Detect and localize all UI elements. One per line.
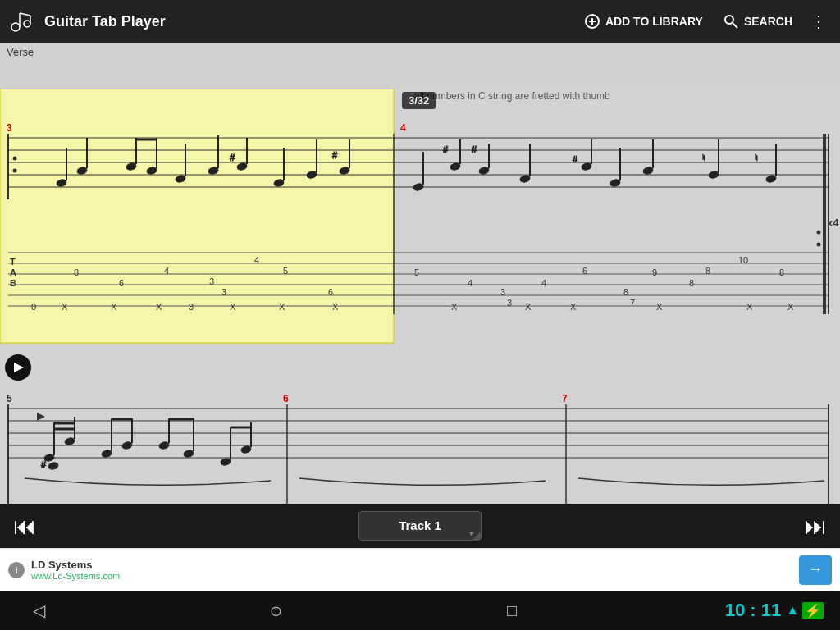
- svg-text:X: X: [570, 302, 577, 312]
- svg-text:7: 7: [630, 298, 635, 308]
- hint-text: all numbers in C string are fretted with…: [414, 90, 610, 102]
- svg-text:5: 5: [283, 266, 288, 276]
- track-bar: ⏮ Track 1 ▼ ⏭: [0, 504, 840, 548]
- svg-point-1: [24, 21, 30, 27]
- ad-bar: i LD Systems www.Ld-Systems.com →: [0, 548, 840, 591]
- svg-text:6: 6: [328, 287, 333, 297]
- svg-text:5: 5: [414, 267, 419, 277]
- section-label: Verse: [7, 46, 34, 58]
- svg-text:A: A: [10, 267, 16, 277]
- track-selector[interactable]: Track 1 ▼: [358, 511, 482, 541]
- svg-point-35: [817, 243, 821, 247]
- android-nav-bar: ◁ ○ □ 10 : 11 ▲ ⚡: [0, 591, 840, 630]
- svg-text:6: 6: [283, 393, 289, 404]
- svg-text:4: 4: [400, 122, 406, 134]
- ad-info-icon: i: [8, 562, 25, 578]
- svg-text:6: 6: [119, 278, 124, 288]
- svg-text:4: 4: [541, 278, 546, 288]
- svg-text:4: 4: [468, 278, 472, 288]
- svg-text:X: X: [525, 302, 532, 312]
- overflow-menu-button[interactable]: ⋮: [804, 7, 833, 36]
- svg-text:#: #: [573, 154, 578, 164]
- svg-text:X: X: [656, 302, 663, 312]
- status-area: 10 : 11 ▲ ⚡: [725, 600, 824, 621]
- svg-text:7: 7: [562, 393, 568, 404]
- svg-text:X: X: [746, 302, 753, 312]
- home-button[interactable]: ○: [253, 593, 299, 628]
- back-button[interactable]: ◁: [16, 596, 62, 625]
- svg-text:4: 4: [254, 255, 259, 265]
- ad-url[interactable]: www.Ld-Systems.com: [31, 571, 799, 581]
- svg-text:6: 6: [582, 266, 587, 276]
- signal-icon: ▲: [786, 603, 799, 618]
- svg-text:X: X: [788, 302, 794, 312]
- svg-text:X: X: [156, 302, 162, 312]
- svg-text:T: T: [10, 257, 16, 267]
- battery-icon: ⚡: [802, 602, 824, 619]
- svg-text:X: X: [332, 302, 339, 312]
- track-label: Track 1: [399, 518, 441, 532]
- svg-line-3: [20, 13, 30, 16]
- svg-point-32: [13, 157, 17, 161]
- fast-forward-button[interactable]: ⏭: [799, 508, 832, 545]
- svg-point-34: [817, 231, 821, 235]
- top-bar: Guitar Tab Player ADD TO LIBRARY SEARCH …: [0, 0, 840, 43]
- svg-text:3: 3: [7, 122, 12, 134]
- svg-text:#: #: [443, 144, 449, 154]
- svg-text:♮: ♮: [755, 153, 758, 162]
- svg-text:3: 3: [189, 302, 194, 312]
- app-icon: [7, 7, 36, 36]
- svg-text:B: B: [10, 278, 16, 288]
- track-dropdown-indicator: ▼: [468, 529, 476, 538]
- main-content: Verse T A B 3 4: [0, 43, 840, 504]
- recent-button[interactable]: □: [491, 596, 533, 625]
- svg-text:8: 8: [705, 266, 710, 276]
- svg-text:4: 4: [164, 266, 169, 276]
- status-icons: ▲ ⚡: [786, 602, 824, 619]
- svg-text:X: X: [62, 302, 68, 312]
- svg-point-8: [725, 16, 733, 24]
- svg-text:8: 8: [623, 287, 628, 297]
- svg-text:8: 8: [689, 278, 694, 288]
- ad-text: LD Systems www.Ld-Systems.com: [31, 559, 799, 581]
- svg-text:x4: x4: [827, 217, 839, 229]
- svg-text:#: #: [472, 144, 477, 154]
- svg-text:3: 3: [507, 298, 512, 308]
- svg-text:X: X: [111, 302, 117, 312]
- svg-text:X: X: [279, 302, 285, 312]
- svg-text:3: 3: [221, 287, 226, 297]
- svg-point-33: [13, 169, 17, 173]
- svg-text:#: #: [41, 459, 47, 469]
- svg-text:♮: ♮: [702, 153, 705, 162]
- svg-text:#: #: [230, 153, 235, 162]
- svg-text:8: 8: [779, 267, 784, 277]
- svg-text:3: 3: [500, 287, 505, 297]
- rewind-button[interactable]: ⏮: [8, 508, 41, 545]
- ad-arrow-button[interactable]: →: [799, 555, 832, 585]
- svg-text:3: 3: [209, 276, 214, 286]
- svg-text:9: 9: [652, 267, 657, 277]
- svg-line-9: [733, 23, 737, 28]
- score-notation: T A B 3 4 x4 8 6 4 3 3 4 5 6 0 X: [0, 89, 840, 504]
- svg-text:0: 0: [31, 302, 36, 312]
- search-button[interactable]: SEARCH: [714, 8, 801, 34]
- svg-text:X: X: [451, 302, 458, 312]
- svg-text:#: #: [332, 150, 338, 160]
- svg-text:X: X: [230, 302, 236, 312]
- svg-text:5: 5: [7, 393, 12, 404]
- svg-point-0: [11, 23, 20, 31]
- time-display: 10 : 11: [725, 600, 782, 621]
- svg-text:10: 10: [738, 255, 748, 265]
- top-bar-actions: ADD TO LIBRARY SEARCH ⋮: [576, 7, 833, 36]
- page-indicator: 3/32: [402, 92, 436, 109]
- ad-company-name: LD Systems: [31, 559, 799, 571]
- svg-text:8: 8: [74, 267, 79, 277]
- add-to-library-button[interactable]: ADD TO LIBRARY: [576, 8, 711, 34]
- app-title: Guitar Tab Player: [44, 13, 576, 30]
